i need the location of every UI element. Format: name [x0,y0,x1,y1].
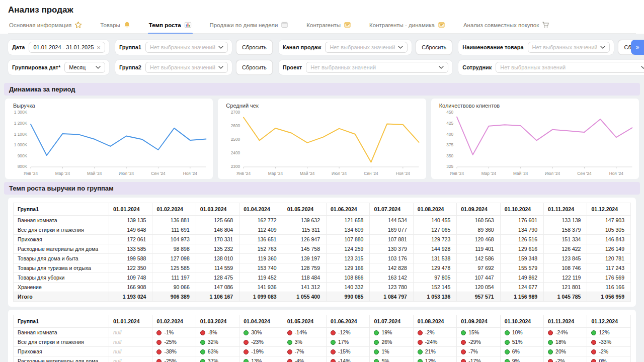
value-cell: 144 534 [370,216,413,225]
expand-filters-button[interactable]: » [631,40,644,55]
value-cell: 151 334 [544,235,587,244]
value-cell: 126 516 [500,235,543,244]
percent-cell: 12% [413,356,456,362]
filter-label: Группировка дат* [12,64,60,70]
percent-value: -17% [468,358,481,362]
reset-group1-button[interactable]: Сбросить [236,40,273,55]
svg-text:Мар '24: Мар '24 [55,171,70,176]
value-cell: 176 569 [587,273,631,283]
value-cell: 107 880 [327,235,370,244]
value-cell: 166 908 [109,283,152,292]
date-range-input[interactable]: 01.01.2024 - 31.01.2025× [29,42,105,53]
select-date-grouping[interactable]: Месяц [64,62,105,73]
percent-cell: -7% [457,347,500,356]
red-dot-icon [287,349,292,354]
svg-text:Июл '24: Июл '24 [332,171,347,176]
svg-text:400: 400 [446,132,453,137]
reset-group2-button[interactable]: Сбросить [236,60,273,75]
select-sales-channel[interactable]: Нет выбранных значений [325,42,408,53]
value-cell: 115 311 [283,225,326,235]
tab-label: Основная информация [9,22,71,28]
select-group2[interactable]: Нет выбранных значений [145,62,228,73]
select-project[interactable]: Нет выбранных значений [306,62,448,73]
tab-main-info[interactable]: Основная информация [8,21,83,33]
svg-text:Май '24: Май '24 [513,171,528,176]
select-value: Нет выбранных значений [150,44,215,50]
row-label: Расходные материалы для дома [14,244,109,254]
value-cell: 140 455 [413,216,456,225]
tab-label: Товары [100,22,120,28]
select-employee[interactable]: Нет выбранных значений [496,62,644,73]
row-label: Ванная комната [14,216,109,225]
svg-text:450: 450 [446,110,453,115]
bar-chart-icon [184,21,192,29]
value-cell: 1 193 024 [109,292,152,302]
percent-cell: -24% [413,337,456,347]
value-cell: 123 845 [544,254,587,263]
table-row: Хранение166 90890 066147 086141 936141 3… [14,283,631,292]
value-cell: 117 243 [587,263,631,273]
column-header: 01.10.2024 [500,315,543,328]
green-dot-icon [244,359,249,362]
value-cell: 129 616 [500,244,543,254]
value-cell: 129 723 [413,235,456,244]
row-label: Хранение [14,283,109,292]
green-dot-icon [548,340,553,345]
value-cell: 122 119 [544,273,587,283]
value-cell: 990 085 [327,292,370,302]
value-cell: 128 475 [196,273,239,283]
tab-goods[interactable]: Товары [99,21,132,33]
value-cell: 133 585 [109,244,152,254]
green-dot-icon [505,330,510,335]
tab-label: Темп роста [149,22,181,28]
top-bar: Анализ продаж Основная информацияТоварыТ… [0,0,644,34]
clear-icon[interactable]: × [97,44,101,51]
section-header-dynamics: Динамика за период [4,83,640,96]
value-cell: 118 484 [283,273,326,283]
percent-value: -25% [164,358,177,362]
green-dot-icon [374,349,379,354]
filter-card-date: Дата01.01.2024 - 31.01.2025× [8,40,109,55]
percent-value: 21% [425,348,436,354]
tab-joint-purchase-analysis[interactable]: Анализ совместных покупок [462,21,550,33]
tab-growth-rate[interactable]: Темп роста [148,21,193,33]
value-cell: 1 056 959 [587,292,631,302]
percent-value: -2% [425,329,435,335]
tab-counterparties-dynamics[interactable]: Контрагенты - динамика [368,21,446,33]
value-cell: 162 772 [239,216,283,225]
reset-sales-channel-button[interactable]: Сбросить [416,40,452,55]
green-dot-icon [505,359,510,362]
percent-cell: 6% [500,347,543,356]
column-header: 01.03.2024 [196,203,239,216]
star-icon [74,21,82,29]
tab-counterparties[interactable]: Контрагенты [305,21,352,33]
red-dot-icon [156,359,162,362]
value-cell: 108 746 [544,263,587,273]
table-row: Расходные материалы для дома133 58598 89… [14,244,631,254]
growth-percent-table-card: Группа101.01.202401.02.202401.03.202401.… [8,310,636,362]
percent-cell: 30% [239,328,283,337]
green-dot-icon [287,340,292,345]
select-product-name[interactable]: Нет выбранных значений [528,42,610,53]
value-cell: 1 106 167 [196,292,239,302]
row-label: Прихожая [14,347,109,356]
value-cell: 134 609 [327,225,370,235]
charts-row: Выручка800K900K1 000K1 100K1 200K1 300KЯ… [5,99,639,179]
percent-cell: 20% [544,347,587,356]
tab-sales-by-weekday[interactable]: Продажи по дням недели [209,21,290,33]
value-cell: 158 379 [544,225,587,235]
filter-panel: Дата01.01.2024 - 31.01.2025×Группа1Нет в… [0,34,644,80]
percent-value: -23% [251,339,264,345]
value-cell: 1 099 083 [239,292,283,302]
column-header: 01.02.2024 [152,203,196,216]
value-cell: 155 579 [500,263,543,273]
percent-cell: -19% [239,347,283,356]
green-dot-icon [200,359,205,362]
column-header: 01.05.2024 [283,315,326,328]
percent-cell: -17% [457,356,500,362]
value-cell: 89 360 [457,225,500,235]
chart-title: Количествово клиентов [439,103,636,109]
svg-text:Май '24: Май '24 [87,171,102,176]
row-label: Все для стирки и глажения [14,225,109,235]
select-group1[interactable]: Нет выбранных значений [145,42,228,53]
